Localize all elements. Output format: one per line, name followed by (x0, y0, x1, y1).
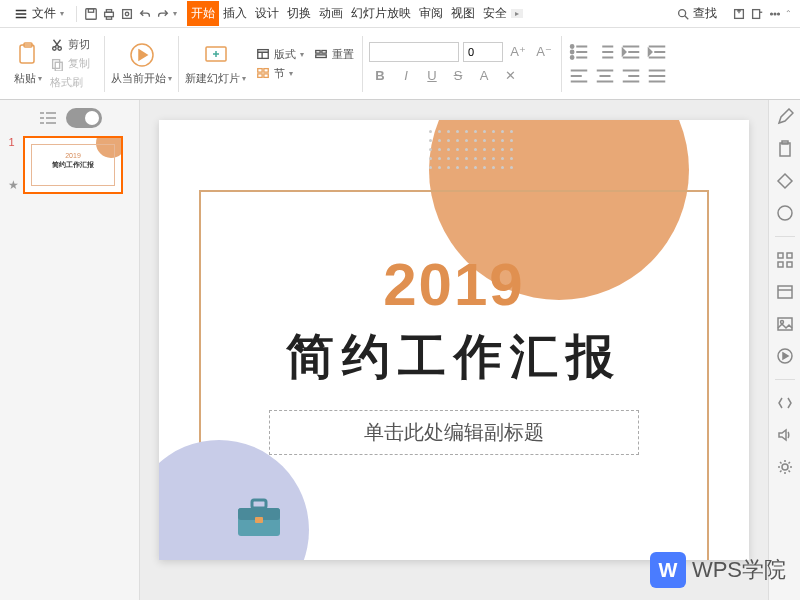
strikethrough-button[interactable]: S (447, 65, 469, 87)
font-family-select[interactable] (369, 42, 459, 62)
svg-point-38 (778, 206, 792, 220)
svg-rect-26 (264, 69, 268, 73)
undo-icon[interactable] (137, 6, 153, 22)
svg-rect-23 (322, 51, 326, 54)
svg-rect-34 (252, 500, 266, 508)
italic-button[interactable]: I (395, 65, 417, 87)
font-group: A⁺ A⁻ B I U S A ✕ (369, 41, 555, 87)
align-center-button[interactable] (594, 65, 616, 87)
print-preview-icon[interactable] (119, 6, 135, 22)
slide-title[interactable]: 简约工作汇报 (159, 325, 749, 389)
export-icon[interactable] (749, 6, 765, 22)
align-left-button[interactable] (568, 65, 590, 87)
file-menu[interactable]: 文件 ▾ (8, 3, 70, 24)
justify-button[interactable] (646, 65, 668, 87)
circle-icon[interactable] (776, 204, 794, 222)
new-slide-button[interactable]: 新建幻灯片▾ (185, 41, 246, 86)
separator (178, 36, 179, 92)
format-painter-button[interactable]: 格式刷 (48, 74, 92, 91)
slide-thumbnail-row: 1 ★ 2019 简约工作汇报 (8, 136, 131, 194)
grid-icon[interactable] (776, 251, 794, 269)
decrease-font-icon[interactable]: A⁻ (533, 41, 555, 63)
svg-rect-0 (86, 8, 97, 19)
numbering-button[interactable] (594, 41, 616, 63)
tab-insert[interactable]: 插入 (219, 1, 251, 26)
bold-button[interactable]: B (369, 65, 391, 87)
font-color-button[interactable]: A (473, 65, 495, 87)
collapse-icon[interactable]: ⌃ (785, 9, 792, 18)
svg-rect-43 (778, 286, 792, 298)
search-icon[interactable] (675, 6, 691, 22)
cut-button[interactable]: 剪切 (48, 36, 92, 53)
pencil-icon[interactable] (776, 108, 794, 126)
play-icon[interactable] (776, 347, 794, 365)
tab-security[interactable]: 安全 (479, 1, 511, 26)
slide-canvas[interactable]: 2019 简约工作汇报 单击此处编辑副标题 (140, 100, 768, 600)
svg-rect-39 (778, 253, 783, 258)
clipboard-icon[interactable] (776, 140, 794, 158)
highlight-button[interactable]: ✕ (499, 65, 521, 87)
svg-rect-3 (106, 9, 111, 12)
svg-rect-27 (258, 74, 262, 78)
separator (104, 36, 105, 92)
tab-start[interactable]: 开始 (187, 1, 219, 26)
increase-font-icon[interactable]: A⁺ (507, 41, 529, 63)
slide-1[interactable]: 2019 简约工作汇报 单击此处编辑副标题 (159, 120, 749, 560)
expand-icon[interactable] (776, 394, 794, 412)
slide-year[interactable]: 2019 (159, 250, 749, 319)
svg-rect-1 (88, 8, 93, 12)
outline-view-icon[interactable] (38, 110, 58, 126)
share-icon[interactable] (731, 6, 747, 22)
svg-rect-35 (255, 517, 263, 523)
paste-button[interactable]: 粘贴▾ (14, 41, 42, 86)
image-icon[interactable] (776, 315, 794, 333)
reset-button[interactable]: 重置 (312, 46, 356, 63)
bullets-button[interactable] (568, 41, 590, 63)
svg-rect-9 (753, 9, 760, 18)
tab-review[interactable]: 审阅 (415, 1, 447, 26)
decrease-indent-button[interactable] (620, 41, 642, 63)
svg-rect-28 (264, 74, 268, 78)
svg-point-30 (571, 50, 574, 53)
save-icon[interactable] (83, 6, 99, 22)
thumbnail-view-toggle[interactable] (66, 108, 102, 128)
subtitle-text: 单击此处编辑副标题 (278, 419, 630, 446)
svg-rect-17 (53, 59, 60, 68)
svg-rect-36 (780, 143, 790, 156)
diamond-icon[interactable] (776, 172, 794, 190)
file-menu-label: 文件 (32, 5, 56, 22)
tabs-more-icon[interactable]: ▸ (511, 9, 523, 18)
subtitle-placeholder[interactable]: 单击此处编辑副标题 (269, 410, 639, 455)
svg-rect-25 (258, 69, 262, 73)
layout-button[interactable]: 版式▾ (254, 46, 306, 63)
svg-rect-5 (123, 9, 132, 18)
paragraph-group (568, 41, 668, 87)
print-icon[interactable] (101, 6, 117, 22)
increase-indent-button[interactable] (646, 41, 668, 63)
svg-rect-4 (106, 16, 111, 19)
speaker-icon[interactable] (776, 426, 794, 444)
chevron-down-icon: ▾ (60, 9, 64, 18)
copy-button[interactable]: 复制 (48, 55, 92, 72)
svg-rect-22 (316, 51, 320, 54)
settings-icon[interactable] (776, 458, 794, 476)
template-icon[interactable] (776, 283, 794, 301)
font-size-select[interactable] (463, 42, 503, 62)
watermark-text: WPS学院 (692, 555, 786, 585)
svg-point-12 (778, 13, 780, 15)
redo-icon[interactable] (155, 6, 171, 22)
section-button[interactable]: 节▾ (254, 65, 356, 82)
tab-transition[interactable]: 切换 (283, 1, 315, 26)
search-label[interactable]: 查找 (693, 5, 717, 22)
underline-button[interactable]: U (421, 65, 443, 87)
more-icon[interactable] (767, 6, 783, 22)
tab-animation[interactable]: 动画 (315, 1, 347, 26)
svg-rect-44 (778, 318, 792, 330)
from-current-button[interactable]: 从当前开始▾ (111, 41, 172, 86)
tab-slideshow[interactable]: 幻灯片放映 (347, 1, 415, 26)
slide-thumbnail-1[interactable]: 2019 简约工作汇报 (23, 136, 123, 194)
align-right-button[interactable] (620, 65, 642, 87)
tab-view[interactable]: 视图 (447, 1, 479, 26)
qat-more-icon[interactable]: ▾ (173, 9, 177, 18)
tab-design[interactable]: 设计 (251, 1, 283, 26)
